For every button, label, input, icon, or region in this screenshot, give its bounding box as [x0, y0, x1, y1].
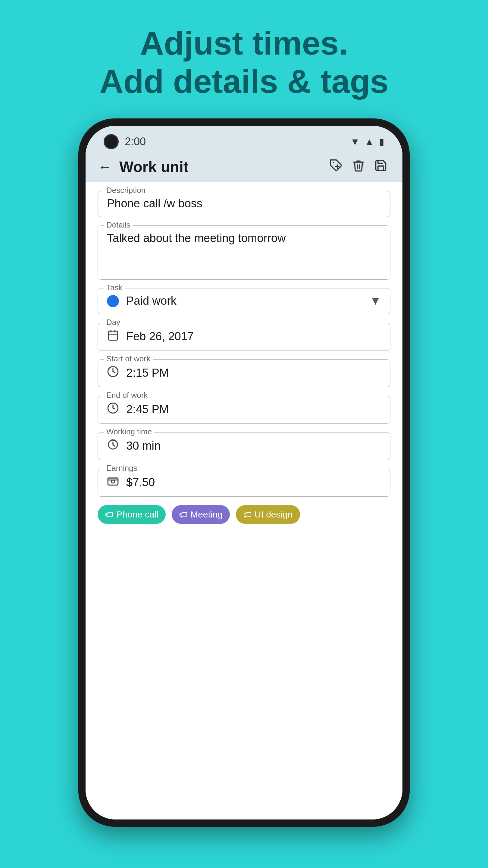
signal-icon: ▲: [364, 136, 374, 147]
phone-screen: 2:00 ▼ ▲ ▮ ← Work unit: [86, 126, 402, 819]
task-row: Paid work ▼: [107, 294, 381, 307]
end-of-work-row: 2:45 PM: [107, 402, 381, 417]
end-of-work-label: End of work: [104, 391, 150, 400]
wifi-icon: ▼: [350, 136, 360, 147]
content-area: Description Phone call /w boss Details T…: [86, 182, 402, 819]
day-label: Day: [104, 318, 123, 327]
tags-row: 🏷 Phone call 🏷 Meeting 🏷 UI design: [98, 505, 390, 524]
working-time-row: 30 min: [107, 438, 381, 453]
details-label: Details: [104, 220, 133, 230]
status-left: 2:00: [104, 134, 146, 149]
task-field[interactable]: Task Paid work ▼: [98, 288, 390, 314]
clock-icon-start: [107, 366, 119, 380]
camera-notch: [104, 134, 119, 149]
details-field[interactable]: Details Talked about the meeting tomorro…: [98, 225, 390, 280]
tag-ui-design-icon: 🏷: [243, 510, 252, 520]
phone-mockup: 2:00 ▼ ▲ ▮ ← Work unit: [78, 119, 410, 827]
working-time-label: Working time: [104, 427, 154, 436]
day-row: Feb 26, 2017: [107, 329, 381, 344]
add-tag-icon[interactable]: [330, 159, 343, 175]
working-time-field[interactable]: Working time 30 min: [98, 432, 390, 460]
save-icon[interactable]: [374, 159, 387, 175]
tag-meeting[interactable]: 🏷 Meeting: [172, 505, 230, 524]
task-color-dot: [107, 295, 119, 307]
app-bar-left: ← Work unit: [98, 158, 189, 176]
description-value: Phone call /w boss: [107, 197, 202, 210]
status-time: 2:00: [125, 135, 146, 148]
clock-icon-end: [107, 402, 119, 417]
tag-phone-call-label: Phone call: [116, 509, 158, 520]
hero-line1: Adjust times.: [99, 24, 389, 62]
battery-icon: ▮: [379, 136, 384, 147]
back-button[interactable]: ←: [98, 160, 112, 174]
delete-icon[interactable]: [352, 159, 365, 175]
tag-meeting-label: Meeting: [190, 509, 223, 520]
details-value: Talked about the meeting tomorrow: [107, 232, 286, 244]
tag-ui-design[interactable]: 🏷 UI design: [236, 505, 300, 524]
description-label: Description: [104, 186, 148, 195]
tag-phone-call-icon: 🏷: [105, 510, 113, 520]
earnings-value: $7.50: [126, 476, 155, 489]
task-value: Paid work: [126, 294, 176, 307]
end-of-work-field[interactable]: End of work 2:45 PM: [98, 396, 390, 424]
hero-section: Adjust times. Add details & tags: [99, 24, 389, 100]
svg-rect-11: [108, 478, 118, 485]
status-icons: ▼ ▲ ▮: [350, 136, 384, 147]
start-of-work-row: 2:15 PM: [107, 366, 381, 380]
earnings-label: Earnings: [104, 464, 140, 473]
app-bar: ← Work unit: [86, 152, 402, 182]
money-icon: [107, 475, 119, 490]
earnings-field[interactable]: Earnings $7.50: [98, 469, 390, 497]
task-dropdown-arrow: ▼: [369, 294, 381, 307]
description-field[interactable]: Description Phone call /w boss: [98, 191, 390, 217]
start-of-work-field[interactable]: Start of work 2:15 PM: [98, 359, 390, 387]
hero-line2: Add details & tags: [99, 62, 389, 101]
status-bar: 2:00 ▼ ▲ ▮: [86, 126, 402, 152]
calendar-icon: [107, 329, 119, 344]
earnings-row: $7.50: [107, 475, 381, 490]
end-of-work-value: 2:45 PM: [126, 403, 169, 416]
phone-frame: 2:00 ▼ ▲ ▮ ← Work unit: [78, 119, 410, 827]
start-of-work-value: 2:15 PM: [126, 367, 169, 379]
timer-icon: [107, 438, 119, 453]
task-left: Paid work: [107, 294, 176, 307]
tag-ui-design-label: UI design: [255, 509, 293, 520]
app-bar-title: Work unit: [119, 158, 189, 176]
app-bar-actions: [330, 159, 387, 175]
svg-rect-3: [108, 331, 118, 340]
day-value: Feb 26, 2017: [126, 330, 194, 343]
day-field[interactable]: Day Feb 26, 2017: [98, 323, 390, 351]
tag-meeting-icon: 🏷: [179, 510, 187, 520]
working-time-value: 30 min: [126, 439, 161, 453]
tag-phone-call[interactable]: 🏷 Phone call: [98, 505, 166, 524]
start-of-work-label: Start of work: [104, 354, 153, 364]
task-label: Task: [104, 283, 125, 292]
